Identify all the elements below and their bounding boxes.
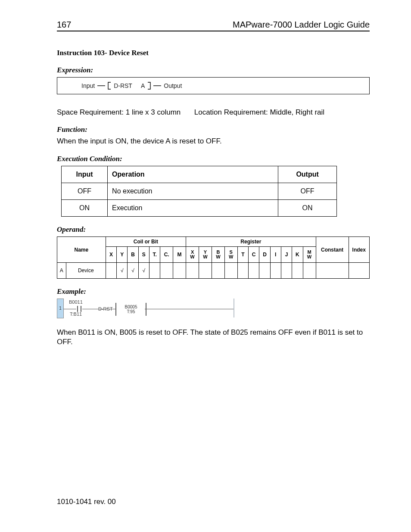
- execution-table: Input Operation Output OFF No execution …: [61, 166, 337, 217]
- operand-cell: [149, 263, 160, 279]
- operand-col: YW: [199, 247, 212, 263]
- coil-icon: B0005 T:95: [115, 303, 146, 316]
- operand-cell: [199, 263, 212, 279]
- expression-input-label: Input: [81, 82, 95, 89]
- operand-col: Y: [117, 247, 128, 263]
- operand-key: A: [57, 263, 66, 279]
- operand-col: M: [173, 247, 186, 263]
- operand-group-constant: Constant: [316, 237, 349, 263]
- example-diagram: 1 B0011 T:B11 D-RST B0005 T:95: [57, 299, 234, 317]
- operand-col: D: [259, 247, 270, 263]
- page-number: 167: [57, 20, 71, 30]
- operand-col: XW: [186, 247, 199, 263]
- wire-icon: [97, 81, 105, 90]
- operand-cell: [259, 263, 270, 279]
- bracket-right-icon: [147, 81, 151, 90]
- expression-output-label: Output: [164, 82, 182, 89]
- operand-cell: [303, 263, 316, 279]
- operand-cell: [249, 263, 259, 279]
- page: 167 MAPware-7000 Ladder Logic Guide Inst…: [0, 0, 411, 532]
- example-heading: Example:: [57, 287, 370, 296]
- operand-table: Name Coil or Bit Register Constant Index…: [57, 236, 370, 279]
- space-requirement: Space Requirement: 1 line x 3 column: [57, 108, 181, 116]
- bracket-left-icon: [108, 81, 111, 90]
- table-row: ON Execution ON: [62, 200, 337, 217]
- operand-col: S: [138, 247, 149, 263]
- operand-group-register: Register: [186, 237, 316, 247]
- exec-cell: ON: [278, 200, 337, 217]
- operand-col: J: [281, 247, 292, 263]
- operand-col: MW: [303, 247, 316, 263]
- expression-operand-label: A: [141, 82, 145, 89]
- exec-cell: OFF: [278, 183, 337, 200]
- operand-col: T: [237, 247, 248, 263]
- operand-col: K: [292, 247, 303, 263]
- table-row: A Device √ √ √: [57, 263, 370, 279]
- operand-col: X: [106, 247, 116, 263]
- coil-label-bottom: T:95: [127, 309, 135, 314]
- operand-cell: [160, 263, 173, 279]
- operand-name-header: Name: [57, 237, 106, 263]
- operand-col: SW: [224, 247, 237, 263]
- operand-cell: [106, 263, 116, 279]
- table-row: OFF No execution OFF: [62, 183, 337, 200]
- document-title: MAPware-7000 Ladder Logic Guide: [233, 20, 370, 30]
- operand-col: I: [270, 247, 281, 263]
- execution-heading: Execution Condition:: [57, 155, 370, 163]
- operand-col: C.: [160, 247, 173, 263]
- exec-header-output: Output: [278, 166, 337, 183]
- rung-number: 1: [57, 299, 64, 318]
- operand-name: Device: [66, 263, 106, 279]
- contact-label-top: B0011: [69, 299, 83, 305]
- operand-cell: √: [138, 263, 149, 279]
- location-requirement: Location Requirement: Middle, Right rail: [194, 108, 324, 116]
- section-title: Instruction 103- Device Reset: [57, 49, 370, 57]
- operand-cell: [281, 263, 292, 279]
- example-block-label: D-RST: [98, 306, 113, 311]
- operand-cell: [186, 263, 199, 279]
- operand-cell: [237, 263, 248, 279]
- expression-diagram: Input D-RST A Output: [57, 77, 370, 94]
- operand-cell: [270, 263, 281, 279]
- operand-cell: [349, 263, 370, 279]
- operand-group-index: Index: [349, 237, 370, 263]
- operand-col: T.: [149, 247, 160, 263]
- exec-header-operation: Operation: [108, 166, 278, 183]
- operand-col: B: [128, 247, 138, 263]
- operand-cell: [316, 263, 349, 279]
- example-text: When B011 is ON, B005 is reset to OFF. T…: [57, 328, 370, 347]
- operand-cell: √: [128, 263, 138, 279]
- operand-cell: [212, 263, 224, 279]
- expression-heading: Expression:: [57, 66, 370, 75]
- exec-cell: Execution: [108, 200, 278, 217]
- operand-cell: [224, 263, 237, 279]
- exec-cell: No execution: [108, 183, 278, 200]
- operand-cell: [292, 263, 303, 279]
- exec-cell: OFF: [62, 183, 108, 200]
- wire-icon: [153, 81, 161, 90]
- expression-block-label: D-RST: [114, 82, 132, 89]
- contact-label-bottom: T:B11: [70, 311, 82, 317]
- coil-label-top: B0005: [125, 305, 137, 309]
- operand-cell: √: [117, 263, 128, 279]
- exec-cell: ON: [62, 200, 108, 217]
- page-header: 167 MAPware-7000 Ladder Logic Guide: [57, 20, 370, 31]
- function-text: When the input is ON, the device A is re…: [57, 137, 370, 146]
- operand-col: BW: [212, 247, 224, 263]
- operand-group-coil: Coil or Bit: [106, 237, 186, 247]
- function-heading: Function:: [57, 125, 370, 134]
- footer-revision: 1010-1041 rev. 00: [57, 498, 116, 506]
- operand-col: C: [249, 247, 259, 263]
- requirements-line: Space Requirement: 1 line x 3 column Loc…: [57, 108, 370, 117]
- operand-heading: Operand:: [57, 225, 370, 234]
- operand-cell: [173, 263, 186, 279]
- exec-header-input: Input: [62, 166, 108, 183]
